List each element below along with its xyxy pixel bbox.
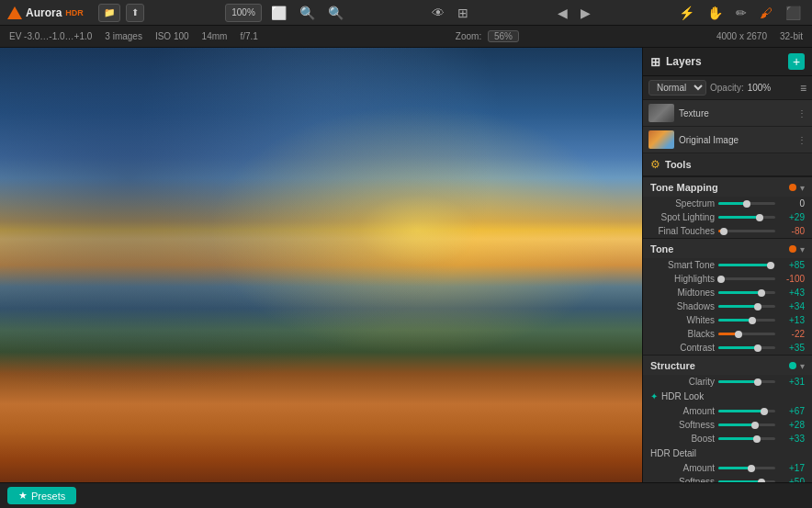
- export-button[interactable]: ⬛: [782, 3, 805, 23]
- spot-lighting-handle[interactable]: [756, 214, 763, 221]
- shadows-value: +34: [779, 301, 805, 311]
- structure-collapse[interactable]: ▾: [800, 361, 805, 371]
- hdr-look-amount-value: +67: [779, 406, 805, 416]
- layer-options-texture[interactable]: ⋮: [797, 108, 806, 119]
- hdr-look-label: HDR Look: [661, 391, 704, 401]
- zoom-value[interactable]: 56%: [488, 30, 519, 42]
- spot-lighting-slider[interactable]: [718, 216, 775, 219]
- highlights-handle[interactable]: [717, 276, 725, 283]
- zoom-in-button[interactable]: 🔍: [324, 3, 347, 23]
- hdr-look-header: ✦ HDR Look: [643, 389, 812, 404]
- clarity-handle[interactable]: [754, 378, 761, 386]
- layer-name-texture: Texture: [679, 108, 793, 119]
- contrast-handle[interactable]: [754, 344, 761, 352]
- layer-item-texture[interactable]: Texture ⋮: [643, 100, 812, 127]
- hdr-look-boost-slider[interactable]: [718, 437, 775, 440]
- highlights-slider[interactable]: [718, 277, 775, 280]
- tone-collapse[interactable]: ▾: [800, 244, 805, 254]
- structure-dot: [789, 362, 796, 369]
- hdr-detail-amount-value: +17: [779, 463, 805, 473]
- layers-title: ⊞ Layers: [650, 55, 702, 69]
- tone-header[interactable]: Tone ▾: [643, 239, 812, 258]
- highlights-row: Highlights -100: [643, 272, 812, 286]
- hdr-detail-amount-handle[interactable]: [748, 465, 755, 472]
- contrast-slider[interactable]: [718, 346, 775, 349]
- canvas-area[interactable]: [0, 48, 642, 482]
- hdr-look-amount-slider[interactable]: [718, 410, 775, 412]
- hdr-detail-softness-slider[interactable]: [718, 480, 775, 482]
- final-touches-label: Final Touches: [652, 226, 715, 236]
- undo-button[interactable]: ◀: [554, 3, 571, 23]
- tools-toggle-button[interactable]: ⚡: [675, 3, 698, 23]
- layer-options-original[interactable]: ⋮: [797, 135, 806, 145]
- spectrum-slider[interactable]: [718, 202, 775, 205]
- spectrum-handle[interactable]: [743, 200, 750, 208]
- blacks-handle[interactable]: [735, 331, 742, 338]
- midtones-handle[interactable]: [758, 289, 765, 297]
- file-open-button[interactable]: 📁: [98, 4, 120, 22]
- brush-tool-button[interactable]: 🖌: [756, 3, 776, 23]
- aperture-info: f/7.1: [240, 31, 257, 41]
- hdr-look-boost-handle[interactable]: [753, 435, 761, 443]
- clarity-value: +31: [779, 377, 805, 387]
- grid-button[interactable]: ⊞: [454, 3, 472, 23]
- whites-handle[interactable]: [749, 317, 756, 324]
- hand-tool-button[interactable]: ✋: [704, 3, 727, 23]
- add-layer-button[interactable]: +: [788, 53, 805, 70]
- blend-mode-select[interactable]: Normal: [648, 80, 706, 96]
- hdr-look-softness-fill: [718, 423, 755, 426]
- share-button[interactable]: ⬆: [126, 4, 144, 22]
- eye-button[interactable]: 👁: [428, 3, 448, 23]
- tone-mapping-header[interactable]: Tone Mapping ▾: [643, 177, 812, 197]
- resolution-info: 4000 x 2670: [716, 31, 767, 41]
- midtones-value: +43: [779, 288, 805, 298]
- clarity-slider[interactable]: [718, 380, 775, 383]
- hdr-detail-softness-label: Softness: [652, 477, 715, 482]
- tone-mapping-section: Tone Mapping ▾ Spectrum 0 Spot Lighting …: [643, 177, 812, 239]
- hdr-detail-header: HDR Detail: [643, 446, 812, 461]
- presets-button[interactable]: ★ Presets: [7, 487, 76, 504]
- layers-header: ⊞ Layers +: [643, 48, 812, 76]
- shadows-handle[interactable]: [754, 303, 761, 310]
- contrast-value: +35: [779, 343, 805, 353]
- hdr-look-amount-fill: [718, 410, 764, 412]
- tools-header[interactable]: ⚙ Tools: [643, 153, 812, 176]
- star-icon: ★: [18, 490, 28, 502]
- zoom-out-button[interactable]: 🔍: [296, 3, 319, 23]
- pen-tool-button[interactable]: ✏: [732, 3, 750, 23]
- zoom-100-control: 100%: [225, 4, 262, 22]
- canvas-image: [0, 48, 642, 482]
- shadows-slider[interactable]: [718, 305, 775, 308]
- midtones-slider[interactable]: [718, 291, 775, 294]
- tone-dot: [789, 245, 796, 253]
- smart-tone-slider[interactable]: [718, 264, 775, 266]
- tone-mapping-collapse[interactable]: ▾: [800, 183, 805, 193]
- hdr-look-softness-handle[interactable]: [751, 422, 759, 429]
- blend-menu-button[interactable]: ≡: [800, 82, 806, 95]
- hdr-detail-amount-slider[interactable]: [718, 467, 775, 469]
- clarity-fill: [718, 380, 758, 383]
- crop-button[interactable]: ⬜: [267, 3, 290, 23]
- layer-item-original[interactable]: Original Image ⋮: [643, 127, 812, 153]
- structure-title: Structure: [650, 360, 789, 371]
- blacks-row: Blacks -22: [643, 327, 812, 341]
- hdr-look-boost-row: Boost +33: [643, 432, 812, 446]
- hdr-look-softness-slider[interactable]: [718, 423, 775, 426]
- layers-title-text: Layers: [666, 55, 702, 68]
- clarity-row: Clarity +31: [643, 375, 812, 389]
- hdr-look-amount-handle[interactable]: [761, 408, 768, 415]
- redo-button[interactable]: ▶: [577, 3, 594, 23]
- layer-name-original: Original Image: [679, 135, 793, 145]
- structure-section: Structure ▾ Clarity +31 ✦ HDR Look Amoun…: [643, 356, 812, 482]
- logo-icon: [7, 6, 22, 19]
- final-touches-handle[interactable]: [720, 228, 727, 235]
- structure-header[interactable]: Structure ▾: [643, 356, 812, 375]
- whites-label: Whites: [652, 315, 715, 325]
- tools-section: ⚙ Tools: [643, 153, 812, 177]
- spot-lighting-row: Spot Lighting +29: [643, 210, 812, 224]
- final-touches-slider[interactable]: [718, 230, 775, 232]
- blacks-slider[interactable]: [718, 333, 775, 335]
- smart-tone-handle[interactable]: [767, 262, 774, 269]
- hdr-detail-softness-handle[interactable]: [758, 479, 765, 483]
- whites-slider[interactable]: [718, 319, 775, 322]
